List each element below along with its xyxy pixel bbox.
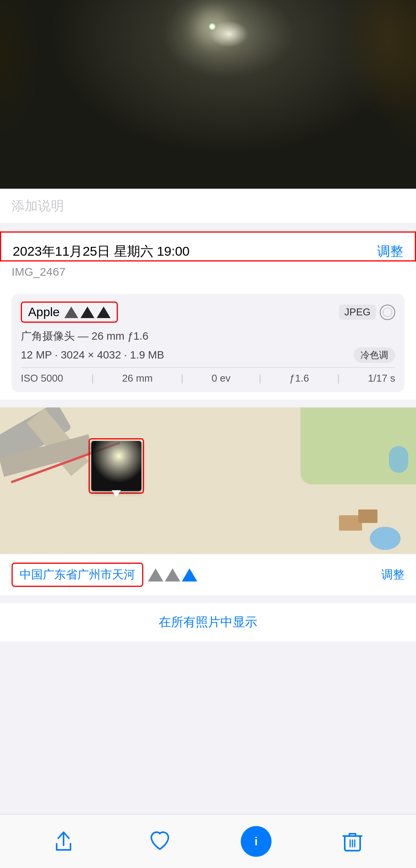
moon-element <box>208 22 216 31</box>
jpeg-tag: JPEG <box>339 305 376 320</box>
filename-text: IMG_2467 <box>12 265 65 278</box>
exif-iso: ISO 5000 <box>21 372 63 384</box>
exif-sep-3: | <box>259 372 262 384</box>
camera-card-inner: Apple JPEG 广角摄像头 — 26 mm ƒ1.6 12 MP · 30… <box>12 294 404 392</box>
camera-resolution-text: 12 MP · 3024 × 4032 · 1.9 MB <box>21 349 164 361</box>
show-all-section: 在所有照片中显示 <box>0 603 416 642</box>
show-all-button[interactable]: 在所有照片中显示 <box>12 603 404 642</box>
location-text: 中国广东省广州市天河 <box>20 568 135 581</box>
exif-sep-1: | <box>91 372 94 384</box>
tri-icon-2 <box>81 307 94 318</box>
map-pin-area <box>89 438 144 494</box>
mountain-icon-blue <box>182 568 197 581</box>
camera-lens-row: 广角摄像头 — 26 mm ƒ1.6 <box>21 329 395 344</box>
apple-brand-text: Apple <box>28 305 60 319</box>
exif-sep-2: | <box>181 372 183 384</box>
apple-label-box: Apple <box>21 302 118 323</box>
camera-card: Apple JPEG 广角摄像头 — 26 mm ƒ1.6 12 MP · 30… <box>0 286 416 400</box>
tri-icon-3 <box>97 307 111 318</box>
color-profile-badge: 冷色调 <box>354 347 395 363</box>
delete-button[interactable] <box>337 826 368 857</box>
show-all-text: 在所有照片中显示 <box>159 615 257 629</box>
photo-view <box>0 0 416 189</box>
camera-resolution-row: 12 MP · 3024 × 4032 · 1.9 MB 冷色调 <box>21 347 395 363</box>
triangle-icons <box>64 307 111 318</box>
location-left: 中国广东省广州市天河 <box>12 563 197 587</box>
map-blue-water-1 <box>370 527 401 550</box>
favorite-button[interactable] <box>144 826 175 857</box>
mountain-icon-1 <box>148 568 163 581</box>
divider <box>21 367 395 368</box>
tree-right <box>277 0 416 189</box>
exif-row: ISO 5000 | 26 mm | 0 ev | ƒ1.6 | 1/17 s <box>21 372 395 384</box>
share-button[interactable] <box>48 826 79 857</box>
exif-shutter: 1/17 s <box>368 372 395 384</box>
mountain-icon-2 <box>165 568 180 581</box>
jpeg-badge: JPEG <box>339 305 395 320</box>
camera-lens-text: 广角摄像头 — 26 mm ƒ1.6 <box>21 329 148 344</box>
camera-top-row: Apple JPEG <box>21 302 395 323</box>
date-text: 2023年11月25日 星期六 19:00 <box>13 243 190 260</box>
filename-row: IMG_2467 <box>0 261 416 286</box>
lens-icon <box>380 305 395 320</box>
date-adjust-button[interactable]: 调整 <box>377 243 403 260</box>
tree-left <box>0 0 77 189</box>
map-house-2 <box>358 509 377 523</box>
map-container[interactable] <box>0 407 416 554</box>
map-blue-water-2 <box>389 446 408 473</box>
exif-aperture: ƒ1.6 <box>290 372 309 384</box>
date-row: 2023年11月25日 星期六 19:00 调整 <box>0 231 416 261</box>
location-text-box: 中国广东省广州市天河 <box>12 563 143 587</box>
description-placeholder: 添加说明 <box>12 198 64 213</box>
bottom-toolbar: i <box>0 814 416 868</box>
location-adjust-button[interactable]: 调整 <box>381 567 404 583</box>
lens-inner <box>383 308 392 317</box>
exif-sep-4: | <box>337 372 340 384</box>
info-button[interactable]: i <box>241 826 272 857</box>
map-section[interactable]: 中国广东省广州市天河 调整 <box>0 407 416 595</box>
svg-text:i: i <box>255 835 258 848</box>
location-row: 中国广东省广州市天河 调整 <box>0 554 416 595</box>
exif-ev: 0 ev <box>211 372 230 384</box>
map-thumbnail-photo <box>91 441 141 491</box>
description-area[interactable]: 添加说明 <box>0 189 416 224</box>
exif-focal: 26 mm <box>122 372 153 384</box>
tri-icon-1 <box>64 307 78 318</box>
location-mountain-icons <box>148 568 197 581</box>
